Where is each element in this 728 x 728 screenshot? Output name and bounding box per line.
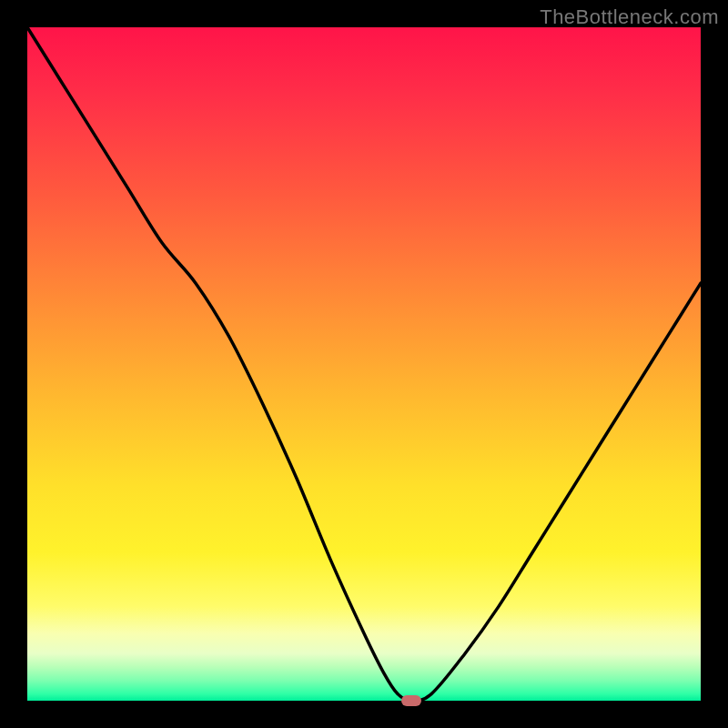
plot-area	[27, 27, 701, 701]
watermark-text: TheBottleneck.com	[540, 5, 719, 29]
bottleneck-curve	[27, 27, 701, 701]
minimum-marker	[401, 695, 421, 706]
chart-frame: TheBottleneck.com	[0, 0, 728, 728]
